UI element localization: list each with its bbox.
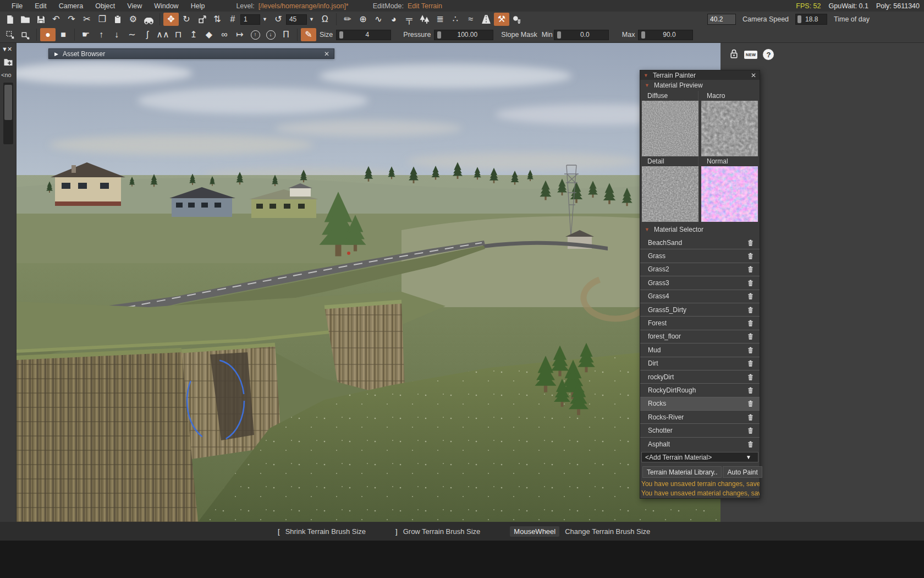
menu-edit[interactable]: Edit (29, 2, 53, 10)
slope-max-input[interactable]: 90.0 (638, 30, 693, 40)
menu-file[interactable]: File (6, 2, 29, 10)
macro-preview[interactable] (701, 101, 758, 156)
material-row[interactable]: RockyDirtRough (640, 384, 760, 397)
scene-tree-scrollbar[interactable]: 1 (3, 83, 13, 144)
undo-icon[interactable]: ↶ (48, 13, 64, 26)
delete-material-icon[interactable] (747, 413, 754, 421)
add-terrain-material-dropdown[interactable]: <Add Terrain Material> ▼ (641, 452, 758, 462)
lock-icon[interactable] (729, 48, 739, 61)
circle-brush-icon[interactable]: ● (40, 28, 56, 41)
delete-material-icon[interactable] (747, 346, 754, 354)
delete-material-icon[interactable] (747, 373, 754, 381)
grid-snap-icon[interactable]: # (225, 13, 240, 26)
scale-tool-icon[interactable] (194, 13, 210, 26)
grid-snap-input[interactable]: 1 (240, 14, 260, 25)
decal-editor-icon[interactable] (509, 13, 525, 26)
noise-icon[interactable]: ∧∧ (155, 28, 170, 41)
slope-min-slider[interactable] (557, 31, 561, 39)
normal-preview[interactable] (701, 166, 758, 222)
menu-window[interactable]: Window (148, 2, 184, 10)
new-level-icon[interactable] (2, 13, 18, 26)
collapse-icon[interactable]: ▼ (644, 73, 648, 78)
save-level-icon[interactable] (33, 13, 48, 26)
forest-editor-icon[interactable] (417, 13, 432, 26)
mesh-layers-icon[interactable]: ≣ (432, 13, 448, 26)
new-badge[interactable]: NEW (744, 51, 757, 59)
delete-material-icon[interactable] (747, 427, 754, 434)
pressure-slider[interactable] (437, 31, 441, 39)
delete-material-icon[interactable] (747, 319, 754, 327)
delete-material-icon[interactable] (747, 332, 754, 340)
rotate-tool-icon[interactable]: ↻ (179, 13, 194, 26)
copy-icon[interactable]: ❐ (95, 13, 110, 26)
terrain-editor-icon[interactable]: ⚒ (494, 13, 509, 26)
create-object-icon[interactable]: ⊕ (355, 13, 371, 26)
open-level-icon[interactable] (18, 13, 33, 26)
spline-tool-icon[interactable]: ∿ (371, 13, 386, 26)
paste-icon[interactable] (110, 13, 125, 26)
slope-max-slider[interactable] (641, 31, 645, 39)
slope-min-input[interactable]: 0.0 (554, 30, 609, 40)
material-row[interactable]: Asphalt (640, 438, 760, 451)
material-row[interactable]: Grass2 (640, 263, 760, 276)
flatten-icon[interactable]: ⊓ (170, 28, 186, 41)
detail-preview[interactable] (642, 166, 698, 222)
set-height-icon[interactable]: ↥ (186, 28, 201, 41)
auto-paint-button[interactable]: Auto Paint (723, 466, 762, 478)
editmode-value[interactable]: Edit Terrain (408, 2, 442, 10)
menu-help[interactable]: Help (185, 2, 211, 10)
time-of-day-input[interactable]: 18.8 (795, 14, 827, 25)
grab-terrain-icon[interactable]: ☛ (78, 28, 94, 41)
menu-camera[interactable]: Camera (53, 2, 89, 10)
asset-browser-bar[interactable]: ▶ Asset Browser ✕ (48, 48, 334, 59)
delete-material-icon[interactable] (747, 265, 754, 273)
sphere-tool-icon[interactable]: ◕ (386, 13, 402, 26)
average-raise-icon[interactable]: ↑ (248, 28, 263, 41)
material-row[interactable]: Grass4 (640, 290, 760, 303)
collapse-icon[interactable]: ▼ (645, 227, 650, 232)
delete-material-icon[interactable] (747, 306, 754, 314)
filter-clear-icon[interactable]: ▼✕ (2, 46, 12, 53)
material-row[interactable]: Grass5_Dirty (640, 303, 760, 317)
menu-object[interactable]: Object (89, 2, 121, 10)
material-selector-header[interactable]: ▼ Material Selector (640, 224, 760, 235)
material-preview-header[interactable]: ▼ Material Preview (640, 80, 760, 91)
help-icon[interactable]: ? (763, 49, 774, 60)
material-row[interactable]: Dirt (640, 357, 760, 370)
expand-icon[interactable]: ▶ (54, 51, 58, 57)
material-row[interactable]: Mud (640, 343, 760, 357)
grid-snap-dropdown-icon[interactable]: ▼ (262, 17, 267, 22)
select-terrain-block-icon[interactable] (2, 28, 18, 41)
smudge-brush-icon[interactable]: ∞ (217, 28, 232, 41)
material-row[interactable]: Schotter (640, 424, 760, 437)
material-row[interactable]: Grass (640, 249, 760, 263)
brush-size-slider[interactable] (339, 31, 343, 39)
object-editor-icon[interactable]: ✏ (340, 13, 355, 26)
raise-height-icon[interactable]: ↑ (94, 28, 109, 41)
material-row[interactable]: forest_floor (640, 330, 760, 343)
camera-speed-input[interactable]: 40.2 (707, 14, 736, 25)
collapse-icon[interactable]: ▼ (645, 83, 650, 88)
add-group-icon[interactable] (3, 57, 14, 69)
diffuse-preview[interactable] (642, 101, 698, 156)
delete-material-icon[interactable] (747, 279, 754, 287)
delete-material-icon[interactable] (747, 386, 754, 394)
delete-material-icon[interactable] (747, 400, 754, 407)
bridge-tool-icon[interactable]: Π (278, 28, 294, 41)
delete-material-icon[interactable] (747, 440, 754, 448)
paint-material-icon[interactable]: ✎ (301, 28, 316, 41)
lower-height-icon[interactable]: ↓ (109, 28, 124, 41)
settings-gear-icon[interactable]: ⚙ (125, 13, 141, 26)
terrain-material-library-button[interactable]: Terrain Material Library.. (642, 466, 722, 478)
material-row[interactable]: rockyDirt (640, 370, 760, 384)
brush-size-input[interactable]: 4 (336, 30, 391, 40)
menu-view[interactable]: View (121, 2, 148, 10)
viewport-3d-scene[interactable] (16, 43, 721, 522)
redo-icon[interactable]: ↷ (64, 13, 79, 26)
delete-material-icon[interactable] (747, 292, 754, 300)
smooth-icon[interactable]: ∼ (124, 28, 140, 41)
scrollbar-thumb[interactable] (4, 85, 12, 120)
paint-roller-icon[interactable]: ╤ (402, 13, 417, 26)
rotate-snap-dropdown-icon[interactable]: ▼ (309, 17, 314, 22)
clear-terrain-icon[interactable]: ◆ (201, 28, 217, 41)
